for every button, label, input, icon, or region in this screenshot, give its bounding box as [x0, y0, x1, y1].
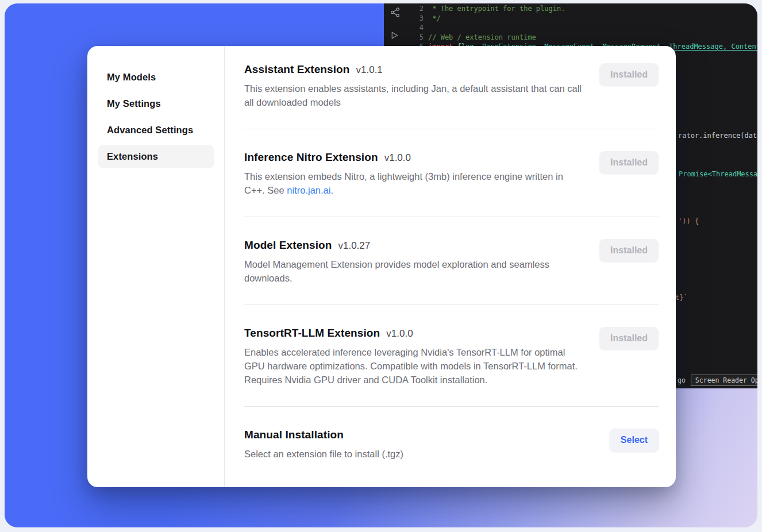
code-line: 3 */ — [384, 14, 757, 24]
line-number: 2 — [384, 4, 428, 14]
extension-name: Model Extension — [244, 239, 332, 252]
select-file-button[interactable]: Select — [610, 429, 659, 452]
extension-name: Assistant Extension — [244, 63, 350, 76]
extension-title-row: Manual Installation — [244, 429, 403, 441]
extension-info: Manual Installation Select an extension … — [244, 429, 403, 461]
extension-item-assistant: Assistant Extension v1.0.1 This extensio… — [244, 63, 659, 109]
code-fragment: rator.inference(data)); — [678, 132, 757, 140]
settings-modal: My Models My Settings Advanced Settings … — [87, 46, 676, 487]
extension-description: Enables accelerated inference leveraging… — [244, 345, 584, 387]
gradient-background: 2 * The entrypoint for the plugin. 3 */ … — [5, 3, 757, 527]
code-line: 4 — [384, 23, 757, 33]
manual-installation-section: Manual Installation Select an extension … — [244, 429, 659, 461]
extension-version: v1.0.27 — [338, 240, 370, 252]
sidebar-item-advanced-settings[interactable]: Advanced Settings — [98, 118, 214, 142]
extension-title-row: Inference Nitro Extension v1.0.0 — [244, 151, 584, 164]
extension-description: Model Management Extension provides mode… — [244, 257, 584, 285]
extension-name: TensortRT-LLM Extension — [244, 327, 380, 340]
sidebar-item-my-settings[interactable]: My Settings — [98, 92, 214, 115]
code-fragment: t}` — [675, 294, 688, 302]
code-line: 2 * The entrypoint for the plugin. — [384, 4, 757, 14]
settings-sidebar: My Models My Settings Advanced Settings … — [87, 46, 225, 487]
code-line: 5 // Web / extension runtime — [384, 33, 757, 43]
status-text: go — [678, 376, 686, 384]
code-text: * The entrypoint for the plugin. — [428, 4, 565, 14]
code-text: */ — [428, 14, 441, 24]
extension-title-row: Assistant Extension v1.0.1 — [244, 63, 584, 76]
line-number: 4 — [384, 23, 428, 33]
extension-version: v1.0.0 — [384, 152, 411, 164]
installed-button[interactable]: Installed — [599, 327, 659, 350]
extension-info: Assistant Extension v1.0.1 This extensio… — [244, 63, 584, 109]
nitro-jan-ai-link[interactable]: nitro.jan.ai — [287, 185, 330, 195]
extension-version: v1.0.0 — [386, 328, 413, 340]
code-lines: 2 * The entrypoint for the plugin. 3 */ … — [384, 4, 757, 52]
installed-button[interactable]: Installed — [599, 151, 659, 174]
sidebar-item-extensions[interactable]: Extensions — [98, 145, 214, 168]
editor-status-bar: go Screen Reader Optimize — [678, 375, 757, 386]
extension-item-nitro: Inference Nitro Extension v1.0.0 This ex… — [244, 151, 659, 197]
extension-info: TensortRT-LLM Extension v1.0.0 Enables a… — [244, 327, 584, 387]
extension-name: Inference Nitro Extension — [244, 151, 378, 164]
extension-title-row: Model Extension v1.0.27 — [244, 239, 584, 252]
screen-reader-badge[interactable]: Screen Reader Optimize — [691, 375, 757, 386]
code-text: // Web / extension runtime — [428, 33, 536, 43]
description-text: . — [330, 185, 333, 195]
manual-installation-description: Select an extension file to install (.tg… — [244, 447, 403, 461]
divider — [244, 217, 659, 217]
extension-version: v1.0.1 — [356, 64, 383, 76]
extension-title-row: TensortRT-LLM Extension v1.0.0 — [244, 327, 584, 340]
code-fragment: ')) { — [678, 217, 699, 225]
extension-description: This extension enables assistants, inclu… — [244, 82, 584, 109]
divider — [244, 129, 659, 129]
divider — [244, 304, 659, 305]
line-number: 3 — [384, 14, 428, 24]
extension-item-model: Model Extension v1.0.27 Model Management… — [244, 239, 659, 285]
installed-button[interactable]: Installed — [599, 239, 659, 262]
extensions-panel: Assistant Extension v1.0.1 This extensio… — [225, 46, 676, 487]
extension-info: Model Extension v1.0.27 Model Management… — [244, 239, 584, 285]
sidebar-item-my-models[interactable]: My Models — [98, 65, 214, 89]
divider — [244, 406, 659, 407]
installed-button[interactable]: Installed — [599, 63, 659, 86]
line-number: 5 — [384, 33, 428, 43]
manual-installation-title: Manual Installation — [244, 429, 344, 441]
extension-description: This extension embeds Nitro, a lightweig… — [244, 169, 584, 197]
extension-info: Inference Nitro Extension v1.0.0 This ex… — [244, 151, 584, 197]
extension-item-tensorrt: TensortRT-LLM Extension v1.0.0 Enables a… — [244, 327, 659, 387]
code-fragment: Promise<ThreadMessage> — [679, 170, 757, 178]
